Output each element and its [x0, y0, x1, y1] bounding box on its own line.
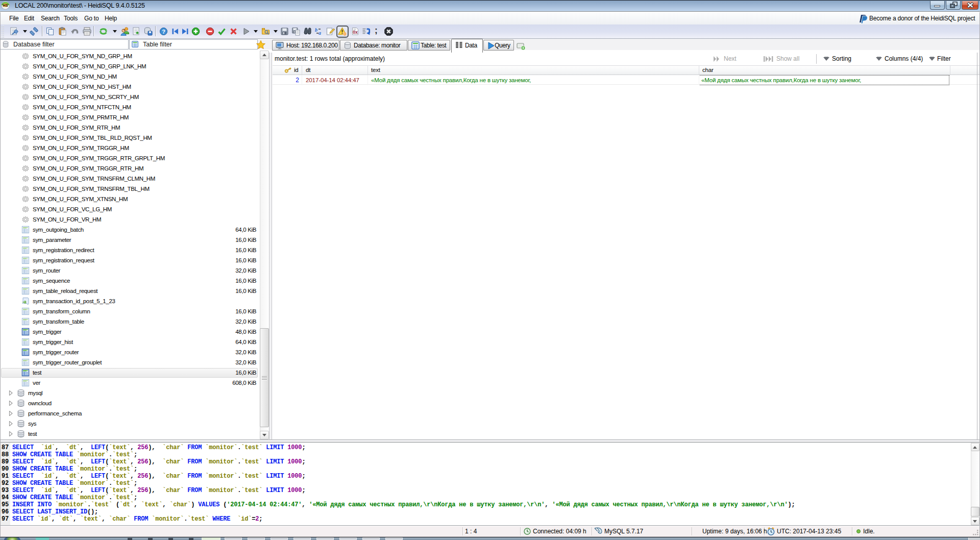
- svg-text:a: a: [318, 30, 321, 36]
- svg-text:?: ?: [162, 29, 165, 35]
- svg-text:b: b: [315, 27, 317, 33]
- svg-text:HS: HS: [3, 3, 8, 8]
- svg-text:0x: 0x: [353, 30, 358, 35]
